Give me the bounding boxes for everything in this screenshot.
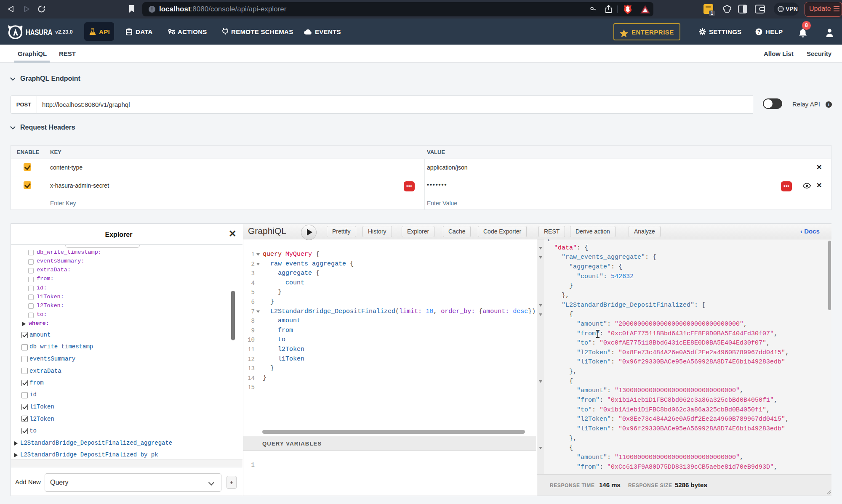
- svg-text:?: ?: [757, 29, 760, 35]
